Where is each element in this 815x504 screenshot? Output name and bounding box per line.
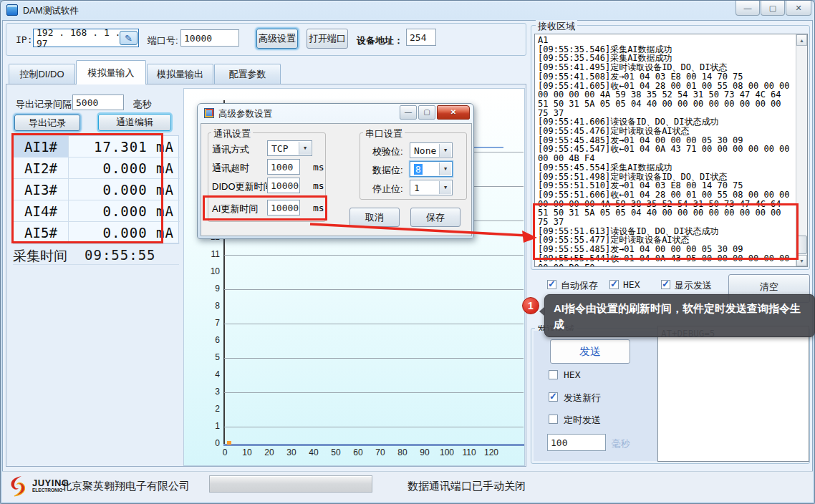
recv-hex-label: HEX [623, 279, 640, 290]
y-axis-tick: 4 [188, 369, 220, 379]
autosave-checkbox[interactable] [547, 280, 556, 289]
y-axis-tick: 1 [188, 421, 220, 431]
autosave-label: 自动保存 [561, 279, 598, 292]
ai-value-table[interactable]: AI1# 17.301 mA AI2# 0.000 mA AI3# 0.000 … [13, 135, 179, 244]
screen: DAM测试软件 — ▢ ✕ IP: 192 . 168 . 1 . 97 ✎ 端… [0, 0, 815, 504]
y-axis-tick: 6 [188, 335, 220, 345]
device-addr-input[interactable]: 254 [406, 29, 436, 46]
company-name: 北京聚英翱翔电子有限公司 [61, 480, 190, 493]
device-addr-label: 设备地址： [357, 34, 403, 47]
edit-ip-button[interactable]: ✎ [120, 31, 138, 45]
send-button[interactable]: 发送 [550, 339, 630, 364]
send-interval-input[interactable]: 100 [547, 434, 606, 451]
tab-control-dido[interactable]: 控制DI/DO [9, 64, 75, 84]
send-textarea[interactable]: AT+DEBUG=5 [657, 326, 809, 462]
x-axis-line [223, 444, 525, 446]
timeout-input[interactable]: 1000 [267, 159, 300, 175]
ai-update-input[interactable]: 10000 [267, 200, 300, 215]
chart-gridline [224, 255, 524, 256]
stopbits-select[interactable]: 1 ▼ [410, 180, 453, 195]
dido-update-label: DIDO更新时间 [212, 180, 273, 193]
minimize-icon: — [405, 108, 412, 116]
send-hex-label: HEX [564, 369, 580, 380]
dialog-minimize-button[interactable]: — [400, 105, 417, 120]
ip-label: IP: [16, 34, 32, 45]
scroll-down-icon: ▼ [799, 258, 804, 263]
maximize-button[interactable]: ▢ [761, 1, 785, 16]
comm-mode-select[interactable]: TCP ▼ [267, 140, 312, 156]
annotation-badge: 1 [522, 297, 539, 314]
minimize-button[interactable]: — [736, 1, 760, 16]
cancel-button[interactable]: 取消 [349, 208, 400, 227]
channel-edit-button[interactable]: 通道编辑 [98, 114, 171, 131]
y-axis-tick: 11 [188, 249, 220, 259]
maximize-icon: ▢ [423, 108, 430, 116]
channel-cell[interactable]: AI3# [14, 179, 69, 200]
divider [13, 264, 179, 265]
tab-analog-input[interactable]: 模拟量输入 [76, 60, 146, 84]
show-send-label: 显示发送 [675, 279, 712, 292]
close-icon: ✕ [450, 108, 456, 116]
channel-cell[interactable]: AI1# [14, 136, 69, 158]
channel-cell[interactable]: AI5# [14, 222, 69, 243]
advanced-settings-button[interactable]: 高级设置 [256, 29, 298, 49]
send-newline-checkbox[interactable] [549, 392, 558, 402]
port-value: 10000 [184, 33, 212, 44]
dialog-maximize-button[interactable]: ▢ [418, 105, 435, 120]
dialog-close-button[interactable]: ✕ [437, 105, 470, 120]
x-axis-tick: 70 [371, 447, 390, 457]
title-bar[interactable]: DAM测试软件 [0, 0, 815, 20]
dido-update-input[interactable]: 10000 [267, 178, 300, 193]
x-axis-tick: 60 [349, 447, 367, 457]
timed-send-checkbox[interactable] [549, 415, 558, 424]
export-record-button[interactable]: 导出记录 [14, 115, 80, 131]
databits-select[interactable]: 8 ▼ [410, 161, 453, 177]
channel-cell[interactable]: AI2# [14, 158, 69, 179]
value-cell: 0.000 mA [69, 158, 174, 179]
juying-logo-icon [7, 475, 29, 498]
send-newline-label: 发送新行 [564, 392, 601, 404]
parity-label: 校验位: [372, 145, 403, 158]
minimize-icon: — [744, 4, 752, 12]
tab-config-params[interactable]: 配置参数 [214, 64, 281, 84]
open-port-button[interactable]: 打开端口 [307, 29, 348, 49]
port-status-text: 数据通讯端口已手动关闭 [408, 480, 526, 493]
export-interval-input[interactable]: 5000 [72, 94, 124, 110]
x-axis-tick: 30 [282, 447, 301, 457]
recv-hex-checkbox[interactable] [609, 280, 619, 289]
export-interval-label: 导出记录间隔 [16, 98, 72, 111]
scroll-down-button[interactable]: ▼ [796, 255, 807, 266]
x-axis-tick: 20 [260, 447, 279, 457]
scroll-thumb[interactable] [796, 236, 807, 254]
channel-cell[interactable]: AI4# [14, 200, 69, 222]
app-icon [6, 4, 18, 16]
scroll-up-button[interactable]: ▲ [796, 34, 807, 46]
x-axis-tick: 100 [438, 447, 456, 457]
x-axis-tick: 110 [460, 447, 478, 457]
port-label: 端口号: [148, 34, 178, 47]
advanced-settings-dialog[interactable]: 高级参数设置 — ▢ ✕ 通讯设置 通讯方式 TCP ▼ 通讯超时 1000 m… [197, 103, 474, 239]
port-input[interactable]: 10000 [180, 29, 239, 47]
dialog-icon [204, 108, 214, 118]
scroll-up-icon: ▲ [799, 38, 804, 43]
origin-data-dot [227, 441, 231, 445]
send-hex-checkbox[interactable] [549, 370, 558, 379]
close-icon: ✕ [795, 4, 801, 12]
parity-select[interactable]: None ▼ [410, 142, 453, 158]
comm-mode-value: TCP [271, 143, 288, 154]
receive-textarea[interactable]: A1 [09:55:35.546]采集AI数据成功 [09:55:35.546]… [534, 34, 808, 267]
tab-analog-output[interactable]: 模拟量输出 [147, 64, 213, 84]
receive-log: A1 [09:55:35.546]采集AI数据成功 [09:55:35.546]… [538, 36, 794, 267]
chevron-down-icon: ▼ [299, 142, 311, 155]
x-axis-tick: 90 [415, 447, 434, 457]
close-button[interactable]: ✕ [786, 1, 811, 16]
ai-update-label: AI更新时间 [212, 203, 258, 215]
save-button[interactable]: 保存 [410, 208, 460, 227]
dialog-title: 高级参数设置 [218, 108, 272, 120]
show-send-checkbox[interactable] [661, 280, 670, 289]
receive-scrollbar[interactable]: ▲ ▼ [796, 34, 807, 266]
timeout-unit: ms [313, 162, 324, 173]
stopbits-label: 停止位: [372, 183, 403, 195]
maximize-icon: ▢ [769, 4, 776, 12]
databits-value: 8 [414, 164, 423, 175]
